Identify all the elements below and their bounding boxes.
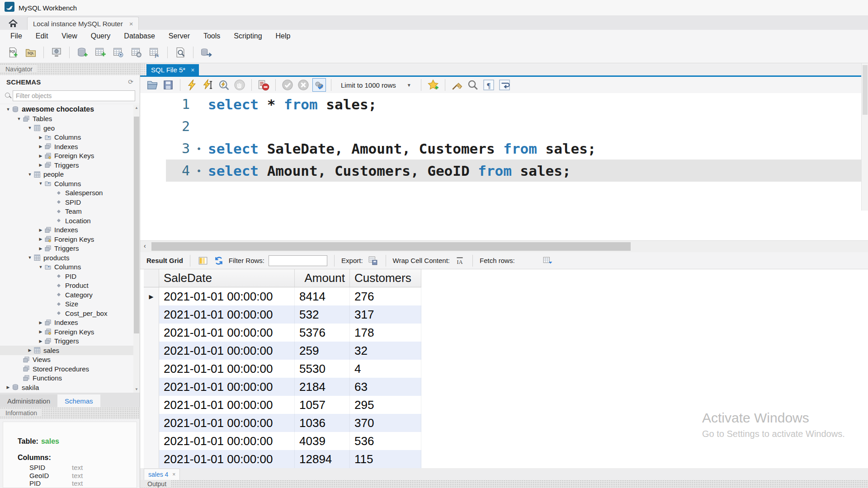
- grid-cell[interactable]: 276: [350, 287, 421, 305]
- tree-item-functions[interactable]: Functions: [0, 374, 133, 383]
- tree-item-triggers[interactable]: ▶Triggers: [0, 337, 133, 346]
- execute-current-icon[interactable]: [201, 78, 215, 92]
- grid-cell[interactable]: 1036: [295, 414, 350, 432]
- filter-rows-input[interactable]: [269, 255, 327, 266]
- editor-horizontal-scrollbar[interactable]: ‹: [140, 240, 868, 252]
- grid-view-icon[interactable]: [197, 255, 209, 267]
- result-set-tab[interactable]: sales 4 ×: [144, 469, 180, 480]
- collapsed-arrow-icon[interactable]: ▶: [37, 320, 44, 325]
- grid-row-1[interactable]: ▶2021-01-01 00:00:008414276: [144, 287, 421, 305]
- tree-item-people[interactable]: ▼people: [0, 170, 133, 179]
- create-view-icon[interactable]: [110, 44, 127, 61]
- grid-cell[interactable]: 295: [350, 396, 421, 414]
- tree-item-salesperson[interactable]: Salesperson: [0, 188, 133, 198]
- grid-row-6[interactable]: 2021-01-01 00:00:00218463: [144, 378, 421, 396]
- expanded-arrow-icon[interactable]: ▼: [26, 255, 33, 260]
- tree-item-category[interactable]: Category: [0, 290, 133, 300]
- tree-item-team[interactable]: Team: [0, 207, 133, 216]
- tree-item-columns[interactable]: ▶Columns: [0, 133, 133, 142]
- expanded-arrow-icon[interactable]: ▼: [15, 117, 23, 121]
- code-line-4[interactable]: 4•select Amount, Customers, GeoID from s…: [140, 160, 868, 182]
- tree-item-awesome-chocolates[interactable]: ▼awesome chocolates: [0, 105, 133, 114]
- tree-item-columns[interactable]: ▼Columns: [0, 179, 133, 188]
- tree-item-triggers[interactable]: ▶Triggers: [0, 244, 133, 253]
- grid-cell[interactable]: 178: [350, 324, 421, 342]
- grid-cell[interactable]: 2021-01-01 00:00:00: [159, 414, 295, 432]
- tree-item-size[interactable]: Size: [0, 300, 133, 309]
- menu-scripting[interactable]: Scripting: [227, 31, 269, 41]
- connection-tab[interactable]: Local instance MySQL Router ×: [27, 17, 139, 30]
- limit-rows-dropdown[interactable]: Limit to 1000 rows▼: [336, 79, 416, 91]
- grid-cell[interactable]: 2021-01-01 00:00:00: [159, 378, 295, 396]
- grid-cell[interactable]: 2184: [295, 378, 350, 396]
- grid-cell[interactable]: 317: [350, 305, 421, 324]
- scroll-up-icon[interactable]: ▲: [133, 105, 140, 111]
- tree-scrollbar-thumb[interactable]: [134, 117, 139, 333]
- tree-item-triggers[interactable]: ▶Triggers: [0, 160, 133, 170]
- collapsed-arrow-icon[interactable]: ▶: [37, 246, 44, 251]
- search-table-data-icon[interactable]: [172, 44, 189, 61]
- menu-server[interactable]: Server: [162, 31, 197, 41]
- wrap-text-icon[interactable]: [498, 78, 511, 92]
- grid-cell[interactable]: 2021-01-01 00:00:00: [159, 396, 295, 414]
- open-sql-script-icon[interactable]: SQL: [23, 44, 39, 61]
- save-icon[interactable]: [161, 78, 175, 92]
- execute-icon[interactable]: [185, 78, 199, 92]
- sql-editor[interactable]: 1select * from sales;23•select SaleDate,…: [140, 93, 868, 240]
- grid-cell[interactable]: 532: [295, 305, 350, 324]
- collapsed-arrow-icon[interactable]: ▶: [37, 329, 44, 334]
- expanded-arrow-icon[interactable]: ▼: [37, 181, 44, 186]
- editor-scrollbar-thumb[interactable]: [863, 65, 868, 115]
- grid-row-10[interactable]: 2021-01-01 00:00:0012894115: [144, 450, 421, 468]
- collapsed-arrow-icon[interactable]: ▶: [37, 237, 44, 241]
- row-marker-cell[interactable]: [144, 360, 159, 378]
- collapsed-arrow-icon[interactable]: ▶: [37, 135, 44, 140]
- grid-row-2[interactable]: 2021-01-01 00:00:00532317: [144, 305, 421, 324]
- tree-scrollbar[interactable]: ▲ ▼: [133, 105, 140, 393]
- invisibles-icon[interactable]: ¶: [482, 78, 495, 92]
- row-marker-cell[interactable]: [144, 414, 159, 432]
- sidebar-tab-schemas[interactable]: Schemas: [57, 394, 100, 407]
- grid-cell[interactable]: 12894: [295, 450, 350, 468]
- menu-help[interactable]: Help: [269, 31, 297, 41]
- grid-cell[interactable]: 63: [350, 378, 421, 396]
- grid-row-8[interactable]: 2021-01-01 00:00:001036370: [144, 414, 421, 432]
- commit-icon[interactable]: [281, 78, 294, 92]
- grid-cell[interactable]: 536: [350, 432, 421, 450]
- new-sql-editor-icon[interactable]: SQL: [5, 44, 21, 61]
- column-header-saledate[interactable]: SaleDate: [159, 269, 295, 287]
- hscroll-thumb[interactable]: [151, 242, 631, 251]
- grid-cell[interactable]: 370: [350, 414, 421, 432]
- collapsed-arrow-icon[interactable]: ▶: [37, 339, 44, 343]
- grid-cell[interactable]: 1057: [295, 396, 350, 414]
- scroll-down-icon[interactable]: ▼: [133, 386, 140, 393]
- explain-icon[interactable]: [217, 78, 231, 92]
- grid-cell[interactable]: 259: [295, 342, 350, 360]
- tree-item-columns[interactable]: ▼Columns: [0, 263, 133, 272]
- row-marker-cell[interactable]: [144, 324, 159, 342]
- expanded-arrow-icon[interactable]: ▼: [5, 107, 12, 112]
- menu-query[interactable]: Query: [84, 31, 118, 41]
- row-marker-cell[interactable]: [144, 342, 159, 360]
- tree-item-indexes[interactable]: ▶Indexes: [0, 225, 133, 235]
- tree-item-products[interactable]: ▼products: [0, 253, 133, 263]
- tree-item-cost-per-box[interactable]: Cost_per_box: [0, 309, 133, 318]
- collapsed-arrow-icon[interactable]: ▶: [26, 348, 33, 352]
- collapsed-arrow-icon[interactable]: ▶: [37, 163, 44, 167]
- code-line-2[interactable]: 2: [140, 115, 868, 137]
- grid-cell[interactable]: 5530: [295, 360, 350, 378]
- code-line-3[interactable]: 3•select SaleDate, Amount, Customers fro…: [140, 137, 868, 160]
- tree-item-product[interactable]: Product: [0, 281, 133, 291]
- tree-item-foreign-keys[interactable]: ▶Foreign Keys: [0, 235, 133, 244]
- wrap-cell-content-icon[interactable]: IA: [454, 255, 466, 267]
- export-icon[interactable]: [367, 255, 379, 267]
- tree-item-indexes[interactable]: ▶Indexes: [0, 318, 133, 328]
- column-header-amount[interactable]: Amount: [295, 269, 350, 287]
- expanded-arrow-icon[interactable]: ▼: [26, 126, 33, 130]
- sql-file-tab[interactable]: SQL File 5* ×: [146, 64, 199, 75]
- menu-tools[interactable]: Tools: [197, 31, 227, 41]
- editor-scrollbar[interactable]: [861, 63, 868, 211]
- autocommit-icon[interactable]: [312, 78, 326, 92]
- menu-file[interactable]: File: [4, 31, 29, 41]
- menu-view[interactable]: View: [55, 31, 84, 41]
